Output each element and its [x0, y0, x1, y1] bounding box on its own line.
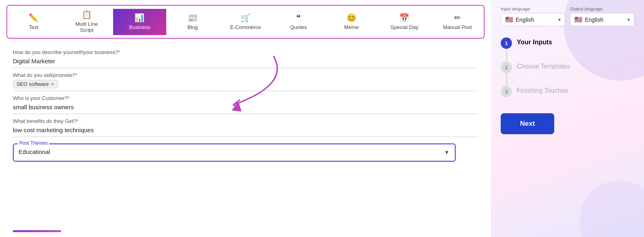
step-3: 3 Finishing Touches: [501, 86, 634, 97]
step-2-circle: 2: [501, 62, 512, 73]
step-2: 2 Choose Templates: [501, 62, 634, 73]
input-language-chevron-icon: ▾: [558, 17, 561, 23]
post-themes-group: Post Themes Educational Informational Pr…: [13, 143, 456, 162]
scroll-indicator: [13, 230, 61, 232]
sidebar: Input language 🇺🇸 English ▾ Output langu…: [491, 0, 644, 237]
input-language-value: English: [516, 17, 556, 23]
tab-blog-label: Blog: [187, 24, 198, 30]
output-language-label: Output language: [570, 6, 634, 11]
step-1-label: Your Inputs: [517, 37, 552, 46]
form-area: How do you describe yourself/your busine…: [0, 45, 491, 162]
output-flag-icon: 🇺🇸: [574, 16, 582, 23]
post-themes-wrapper: Educational Informational Promotional In…: [17, 146, 452, 158]
main-content: ✏️ Text 📋 Multi Line Script 📊 Business 📰…: [0, 0, 491, 237]
tab-bar: ✏️ Text 📋 Multi Line Script 📊 Business 📰…: [6, 5, 485, 39]
tab-multi-line-label: Multi Line Script: [70, 21, 104, 33]
tag-text: SEO software: [17, 81, 49, 87]
field-benefits: What benefits do they Get?*: [13, 114, 478, 137]
tab-meme-label: Meme: [344, 24, 359, 30]
step-connector-1: [506, 49, 507, 62]
input-flag-icon: 🇺🇸: [505, 16, 513, 23]
tab-meme[interactable]: 😊 Meme: [325, 9, 378, 35]
output-language-select[interactable]: 🇺🇸 English ▾: [570, 13, 634, 26]
input-language-group: Input language 🇺🇸 English ▾: [501, 6, 565, 26]
field-customer-label: Who is your Customer?*: [13, 95, 478, 101]
tag-remove-button[interactable]: ✕: [50, 81, 54, 87]
tab-special-day[interactable]: 📅 Special Day: [378, 9, 431, 35]
output-language-value: English: [585, 17, 625, 23]
post-themes-select[interactable]: Educational Informational Promotional In…: [17, 146, 452, 158]
quotes-icon: ❝: [296, 14, 301, 22]
tab-quotes[interactable]: ❝ Quotes: [272, 9, 325, 35]
tab-text-label: Text: [29, 24, 39, 30]
text-icon: ✏️: [29, 14, 39, 22]
step-1: 1 Your Inputs: [501, 37, 634, 49]
language-row: Input language 🇺🇸 English ▾ Output langu…: [491, 0, 644, 31]
blog-icon: 📰: [188, 14, 198, 22]
post-themes-float-label: Post Themes: [18, 140, 49, 146]
tab-ecommerce[interactable]: 🛒 E-Commerce: [219, 9, 272, 35]
input-language-label: Input language: [501, 6, 565, 11]
step-2-label: Choose Templates: [517, 62, 570, 70]
next-button[interactable]: Next: [501, 113, 554, 134]
field-benefits-label: What benefits do they Get?*: [13, 118, 478, 124]
field-customer: Who is your Customer?*: [13, 91, 478, 114]
tab-business[interactable]: 📊 Business: [113, 9, 166, 35]
output-language-group: Output language 🇺🇸 English ▾: [570, 6, 634, 26]
step-connector-2: [506, 73, 507, 86]
input-language-select[interactable]: 🇺🇸 English ▾: [501, 13, 565, 26]
tab-blog[interactable]: 📰 Blog: [166, 9, 219, 35]
field-describe-label: How do you describe yourself/your busine…: [13, 49, 478, 55]
multi-line-icon: 📋: [82, 10, 92, 19]
ecommerce-icon: 🛒: [241, 14, 251, 22]
special-day-icon: 📅: [399, 14, 409, 22]
tab-business-label: Business: [129, 24, 151, 30]
business-icon: 📊: [134, 14, 144, 22]
tag-container: SEO software ✕: [13, 80, 478, 88]
manual-post-icon: ✏: [454, 14, 461, 22]
steps-area: 1 Your Inputs 2 Choose Templates 3 Finis…: [491, 31, 644, 104]
step-3-circle: 3: [501, 86, 512, 97]
tab-multi-line-script[interactable]: 📋 Multi Line Script: [60, 6, 114, 38]
field-describe: How do you describe yourself/your busine…: [13, 45, 478, 68]
step-3-label: Finishing Touches: [517, 86, 568, 94]
output-language-chevron-icon: ▾: [627, 17, 630, 23]
meme-icon: 😊: [347, 14, 357, 22]
tab-manual-post[interactable]: ✏ Manual Post: [431, 9, 484, 35]
field-describe-input[interactable]: [13, 57, 478, 65]
tab-text[interactable]: ✏️ Text: [7, 9, 60, 35]
tab-special-day-label: Special Day: [390, 24, 418, 30]
tab-manual-post-label: Manual Post: [443, 24, 472, 30]
step-1-circle: 1: [501, 37, 512, 49]
field-benefits-input[interactable]: [13, 126, 478, 134]
field-sell-label: What do you sell/promote?*: [13, 72, 478, 78]
tab-ecommerce-label: E-Commerce: [230, 24, 261, 30]
field-sell: What do you sell/promote?* SEO software …: [13, 68, 478, 91]
tag-seo-software: SEO software ✕: [13, 80, 58, 88]
field-customer-input[interactable]: [13, 103, 478, 111]
tab-quotes-label: Quotes: [290, 24, 307, 30]
